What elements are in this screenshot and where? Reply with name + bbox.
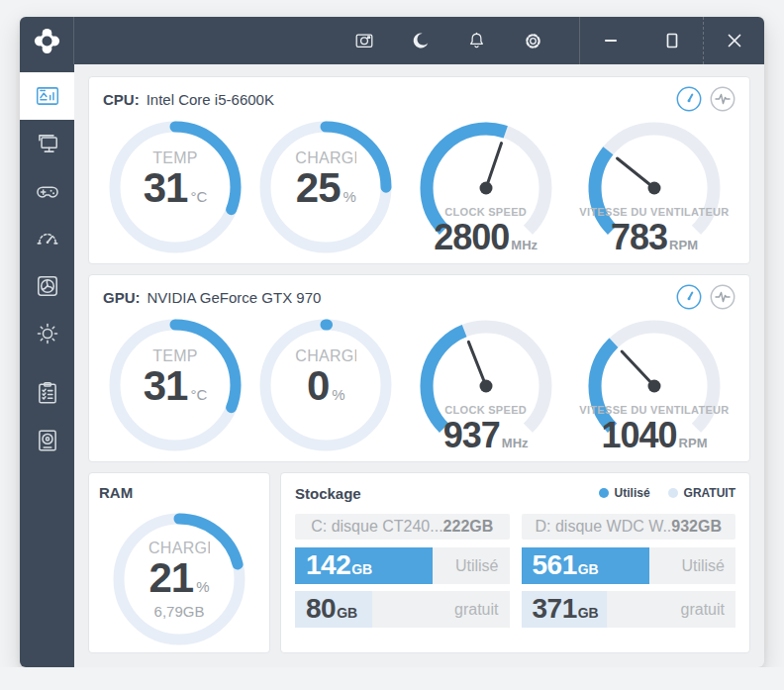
sidebar-item-tasks[interactable] (20, 369, 74, 417)
storage-panel-title: Stockage (295, 485, 361, 502)
gauge-sub: 6,79GB (105, 603, 253, 620)
gauge-unit: % (332, 386, 344, 403)
gauge-unit: % (343, 188, 356, 205)
used-space-bar: 561GB Utilisé (522, 547, 736, 584)
gpu-history-view-button[interactable] (710, 284, 735, 310)
drive-name-pill: D: disque WDC W..932GB (522, 514, 736, 540)
moon-icon (411, 31, 431, 50)
fan-icon (35, 273, 60, 299)
storage-panel: Stockage Utilisé GRATUIT (280, 472, 750, 653)
maximize-button[interactable] (641, 17, 703, 64)
gpu-device-name: NVIDIA GeForce GTX 970 (147, 289, 322, 306)
close-button[interactable] (703, 17, 764, 64)
used-label: Utilisé (681, 547, 725, 584)
sidebar-item-lighting[interactable] (20, 310, 74, 357)
dial-view-icon (676, 86, 702, 112)
gauge-unit: °C (190, 386, 207, 403)
gauge-value: 783RPM (573, 217, 735, 258)
titlebar-actions (353, 17, 579, 64)
gpu-dial-view-button[interactable] (676, 284, 702, 310)
titlebar (20, 17, 764, 64)
used-space-bar: 142GB Utilisé (295, 547, 510, 584)
cpu-history-view-button[interactable] (710, 86, 735, 112)
waveform-view-icon (710, 86, 735, 112)
ram-panel-title: RAM (99, 484, 133, 501)
gauge-value: 937MHz (405, 415, 567, 456)
app-logo[interactable] (20, 17, 74, 64)
drive-name: C: disque CT240... (311, 518, 442, 536)
night-mode-button[interactable] (411, 31, 431, 50)
free-value: 80GB (306, 591, 357, 628)
waveform-view-icon (710, 284, 735, 310)
temp-gauge: TEMP 31°C (103, 313, 247, 457)
temp-gauge: TEMP 31°C (103, 115, 247, 259)
camera-icon (353, 30, 375, 51)
gauge-value: 0% (253, 362, 398, 410)
used-label: Utilisé (455, 547, 499, 584)
gauge-value: 21% (105, 554, 253, 602)
used-value: 561GB (533, 547, 599, 584)
free-label: gratuit (454, 591, 498, 628)
dashboard-icon (35, 83, 60, 109)
cpu-device-name: Intel Core i5-6600K (147, 91, 274, 108)
sun-icon (35, 321, 60, 346)
gpu-panel-title: GPU: (103, 289, 141, 306)
gauge-unit: % (196, 578, 209, 595)
gauge-unit: MHz (511, 238, 538, 252)
storage-legend: Utilisé GRATUIT (599, 486, 735, 500)
charge-gauge: CHARGE 25% (253, 115, 398, 259)
drive-name-pill: C: disque CT240...222GB (295, 514, 510, 540)
gauge-value: 25% (253, 164, 398, 212)
ram-charge-gauge: CHARGE 21% 6,79GB (105, 505, 253, 653)
drive-name: D: disque WDC W.. (535, 518, 671, 536)
sidebar-item-cooler[interactable] (20, 417, 74, 464)
legend-used: Utilisé (599, 486, 650, 500)
gauge-unit: °C (190, 188, 207, 205)
maximize-icon (660, 29, 684, 52)
cpu-gauge-row: TEMP 31°C CHARGE 25% CLOCK SPEED 2800MHz… (103, 115, 735, 261)
drive-size: 932GB (671, 518, 722, 536)
close-icon (723, 29, 746, 52)
free-space-bar: 371GB gratuit (522, 591, 736, 628)
gpu-panel: GPU: NVIDIA GeForce GTX 970 (88, 274, 750, 462)
cooler-icon (35, 428, 60, 453)
legend-free: GRATUIT (668, 486, 735, 500)
cpu-panel-title: CPU: (103, 91, 140, 108)
minimize-button[interactable] (580, 17, 641, 64)
cpu-dial-view-button[interactable] (676, 86, 702, 112)
sidebar-item-dashboard[interactable] (20, 72, 74, 120)
window-controls (579, 17, 764, 64)
sidebar-nav (20, 64, 74, 667)
sidebar-item-cooling[interactable] (20, 262, 74, 310)
gauge-value: 31°C (103, 164, 247, 212)
gear-icon (523, 31, 543, 51)
notifications-button[interactable] (466, 31, 487, 51)
gauge-unit: RPM (669, 238, 698, 252)
bell-icon (466, 31, 487, 51)
drive-size: 222GB (443, 518, 494, 536)
free-space-bar: 80GB gratuit (295, 591, 510, 628)
settings-button[interactable] (523, 31, 543, 51)
free-dot-icon (668, 488, 678, 498)
free-value: 371GB (533, 591, 599, 628)
minimize-icon (599, 29, 623, 52)
sidebar-item-performance[interactable] (20, 215, 74, 262)
drive-column: C: disque CT240...222GB 142GB Utilisé 80… (295, 514, 510, 628)
gauge-unit: MHz (502, 436, 529, 450)
game-controller-icon (35, 178, 60, 204)
sidebar-item-pc-specs[interactable] (20, 120, 74, 167)
ram-gauge-holder: CHARGE 21% 6,79GB (99, 505, 259, 653)
drive-list: C: disque CT240...222GB 142GB Utilisé 80… (295, 514, 735, 628)
used-dot-icon (599, 488, 609, 498)
sidebar-item-games[interactable] (20, 167, 74, 215)
gpu-gauge-row: TEMP 31°C CHARGE 0% CLOCK SPEED 937MHz V… (103, 313, 735, 459)
main-content: CPU: Intel Core i5-6600K (74, 64, 764, 667)
gauge-value: 2800MHz (405, 217, 567, 258)
drive-column: D: disque WDC W..932GB 561GB Utilisé 371… (522, 514, 736, 628)
app-window: CPU: Intel Core i5-6600K (20, 17, 764, 667)
clock-speed-gauge: CLOCK SPEED 937MHz (405, 313, 567, 459)
computer-icon (35, 131, 60, 156)
clock-speed-gauge: CLOCK SPEED 2800MHz (405, 115, 567, 261)
screenshot-button[interactable] (353, 30, 375, 51)
vitesse-du-ventilateur-gauge: VITESSE DU VENTILATEUR 1040RPM (573, 313, 735, 459)
